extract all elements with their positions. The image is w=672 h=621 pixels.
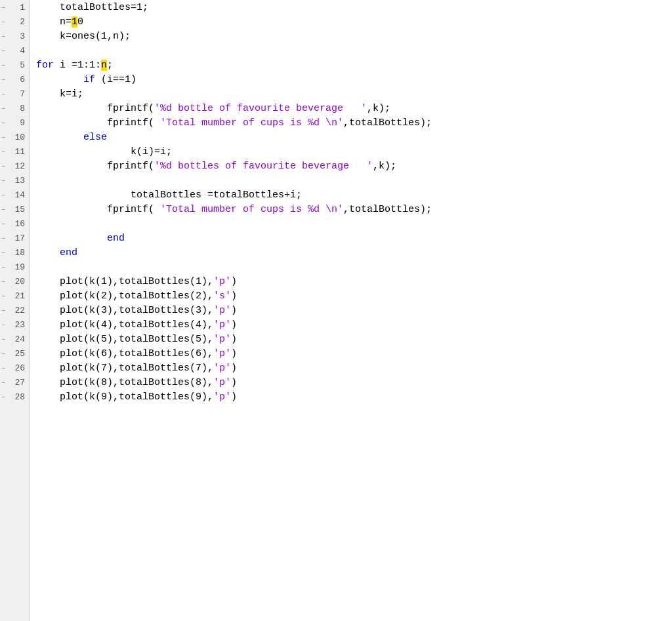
fold-5[interactable]: – [1,61,6,69]
code-line-17: end [36,231,672,245]
code-line-7: k=i; [36,87,672,101]
fold-24[interactable]: – [1,335,6,343]
code-text-25-string: 'p' [213,348,231,359]
fold-12[interactable]: – [1,162,6,170]
code-text-28-plot: plot(k(9),totalBottles(9), [60,391,213,403]
fold-18[interactable]: – [1,249,6,256]
code-text-17-indent [36,233,107,244]
code-line-4 [36,43,672,58]
line-num-17: –17 [0,231,29,245]
code-text-9-string: 'Total mumber of cups is %d \n' [160,117,343,129]
code-text-1: totalBottles=1; [36,2,148,13]
code-text-18-indent [36,247,60,258]
fold-13[interactable]: – [1,176,6,184]
code-text-6-indent [36,74,83,85]
fold-15[interactable]: – [1,205,6,213]
code-line-13 [36,173,672,188]
code-text-28-indent [36,391,60,403]
code-text-9-indent [36,117,107,129]
fold-9[interactable]: – [1,119,6,127]
code-text-5-rest: i =1:1:n; [54,60,113,71]
fold-10[interactable]: – [1,133,6,141]
fold-7[interactable]: – [1,90,6,98]
highlight-n: 1 [72,16,77,28]
code-text-26-plot: plot(k(7),totalBottles(7), [60,363,213,374]
code-text-25-end: ) [231,348,237,359]
code-text-26-indent [36,363,60,374]
code-text-20-string: 'p' [213,276,231,287]
code-text-6-rest: (i==1) [95,74,136,85]
line-num-24: –24 [0,332,29,346]
code-text-21-string: 's' [213,290,231,302]
line-num-23: –23 [0,317,29,332]
fold-25[interactable]: – [1,350,6,357]
fold-14[interactable]: – [1,191,6,199]
fold-23[interactable]: – [1,321,6,329]
code-editor: –1 –2 –3 –4 –5 –6 –7 –8 –9 –10 –11 –12 –… [0,0,672,621]
line-num-3: –3 [0,29,29,43]
line-num-22: –22 [0,303,29,317]
fold-19[interactable]: – [1,263,6,271]
code-text-20-plot: plot(k(1),totalBottles(1), [60,276,213,287]
code-line-14: totalBottles =totalBottles+i; [36,188,672,202]
fold-8[interactable]: – [1,104,6,112]
code-text-23-end: ) [231,319,237,331]
code-text-24-string: 'p' [213,334,231,345]
code-text-21-end: ) [231,290,237,302]
fold-11[interactable]: – [1,148,6,155]
code-line-8: fprintf('%d bottle of favourite beverage… [36,101,672,115]
code-line-16 [36,216,672,231]
code-text-22-plot: plot(k(3),totalBottles(3), [60,305,213,316]
code-text-20-end: ) [231,276,237,287]
code-text-11: k(i)=i; [131,146,172,157]
fold-27[interactable]: – [1,378,6,386]
code-line-5: for i =1:1:n; [36,58,672,72]
code-text-6-if: if [83,74,95,85]
code-text-20-indent [36,276,60,287]
code-line-19 [36,260,672,274]
fold-28[interactable]: – [1,393,6,401]
fold-16[interactable]: – [1,220,6,228]
fold-26[interactable]: – [1,364,6,372]
code-line-23: plot(k(4),totalBottles(4),'p') [36,317,672,332]
code-text-27-string: 'p' [213,377,231,388]
fold-1[interactable]: – [1,3,6,11]
code-line-22: plot(k(3),totalBottles(3),'p') [36,303,672,317]
code-text-24-plot: plot(k(5),totalBottles(5), [60,334,213,345]
code-line-2: n=10 [36,14,672,29]
code-text-28-string: 'p' [213,391,231,403]
code-line-26: plot(k(7),totalBottles(7),'p') [36,361,672,375]
code-content-area[interactable]: totalBottles=1; n=10 k=ones(1,n); for i … [30,0,672,621]
code-text-8-indent [36,103,107,114]
fold-20[interactable]: – [1,277,6,285]
code-text-26-end: ) [231,363,237,374]
code-line-15: fprintf( 'Total mumber of cups is %d \n'… [36,202,672,216]
line-num-14: –14 [0,188,29,202]
line-num-8: –8 [0,101,29,115]
fold-3[interactable]: – [1,32,6,40]
code-line-21: plot(k(2),totalBottles(2),'s') [36,289,672,303]
fold-2[interactable]: – [1,18,6,26]
fold-21[interactable]: – [1,292,6,300]
code-text-3: k=ones(1,n); [36,31,131,42]
fold-22[interactable]: – [1,306,6,314]
code-text-14: totalBottles =totalBottles+i; [131,190,302,201]
code-line-6: if (i==1) [36,72,672,87]
fold-17[interactable]: – [1,234,6,242]
line-num-20: –20 [0,274,29,289]
code-line-1: totalBottles=1; [36,0,672,14]
line-num-1: –1 [0,0,29,14]
line-num-16: –16 [0,216,29,231]
line-num-6: –6 [0,72,29,87]
fold-6[interactable]: – [1,75,6,83]
code-text-5-for: for [36,60,54,71]
code-text-17-end: end [107,233,125,244]
code-text-27-indent [36,377,60,388]
code-line-20: plot(k(1),totalBottles(1),'p') [36,274,672,289]
code-text-11-indent [36,146,131,157]
code-text-8-fprintf: fprintf( [107,103,154,114]
code-text-2: n=10 [36,16,83,28]
code-line-11: k(i)=i; [36,144,672,159]
code-line-28: plot(k(9),totalBottles(9),'p') [36,390,672,404]
fold-4[interactable]: – [1,47,6,54]
